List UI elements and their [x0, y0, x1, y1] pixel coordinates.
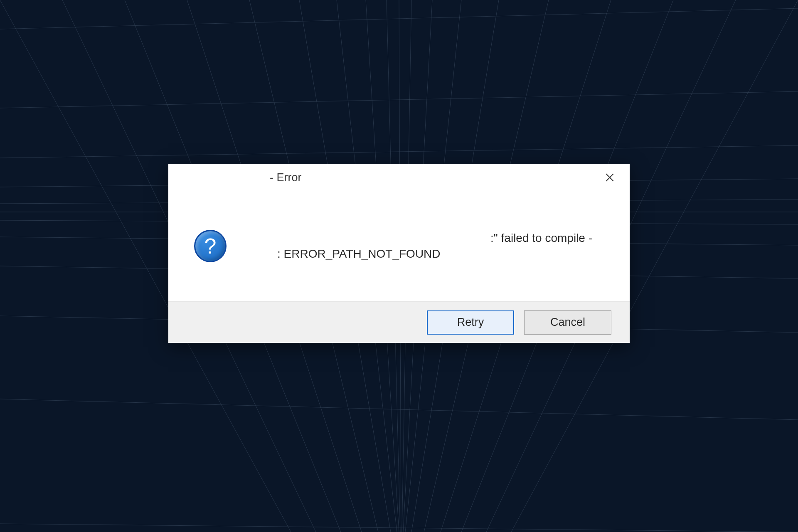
svg-line-24	[0, 399, 798, 420]
svg-line-25	[0, 524, 798, 532]
dialog-title: - Error	[168, 171, 302, 184]
message-line-1: :" failed to compile -	[277, 230, 609, 246]
dialog-content: ? :" failed to compile - : ERROR_PATH_NO…	[168, 191, 630, 301]
dialog-icon-holder: ?	[193, 229, 227, 263]
dialog-message: :" failed to compile - : ERROR_PATH_NOT_…	[227, 230, 609, 262]
retry-button[interactable]: Retry	[427, 310, 514, 335]
dialog-buttonbar: Retry Cancel	[168, 301, 630, 343]
svg-line-30	[0, 8, 798, 29]
dialog-titlebar: - Error	[168, 164, 630, 191]
close-icon	[604, 172, 615, 183]
svg-line-28	[0, 145, 798, 158]
svg-line-29	[0, 91, 798, 108]
message-line-2: : ERROR_PATH_NOT_FOUND	[277, 246, 609, 262]
close-button[interactable]	[600, 167, 620, 187]
question-icon: ?	[194, 230, 227, 262]
cancel-button[interactable]: Cancel	[524, 310, 611, 335]
error-dialog: - Error ? :" failed to compile - : ERROR…	[168, 164, 630, 343]
